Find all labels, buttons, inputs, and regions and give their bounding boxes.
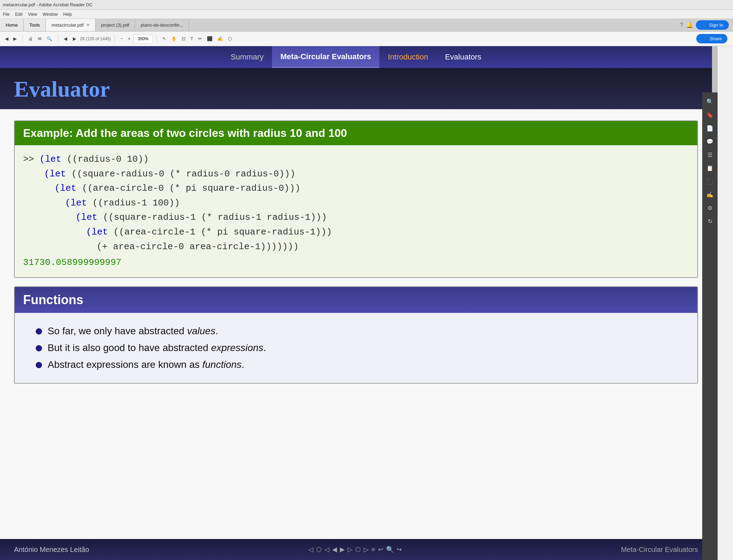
nav-introduction[interactable]: Introduction (379, 46, 437, 68)
share-button[interactable]: 👤 Sign In (696, 20, 729, 30)
bullet-text-3: Abstract expressions are known as functi… (48, 359, 244, 370)
forward-button[interactable]: ▶ (11, 34, 19, 44)
nav-evaluators-label: Evaluators (445, 52, 481, 62)
sidebar-zoom-in[interactable]: 🔍 (704, 95, 716, 108)
nav-arrows: ◁ ⬡ ◁ ◀ ▶ ▷ ⬡ ▷ ≡ ↩ 🔍 ↪ (308, 546, 402, 553)
text-select[interactable]: T (188, 34, 195, 44)
sidebar-rotate[interactable]: ↻ (704, 215, 716, 227)
code-line-7: (+ area-circle-0 area-circle-1))))))) (23, 240, 689, 254)
arrow-slide-right[interactable]: ▷ (364, 546, 369, 553)
bullet-text-1: So far, we only have abstracted values. (48, 326, 218, 337)
page-prev-button[interactable]: ◀ (62, 34, 69, 44)
help-icon[interactable]: ? (680, 22, 683, 28)
functions-body: So far, we only have abstracted values. … (15, 313, 697, 383)
code-result: 31730.058999999997 (23, 254, 689, 270)
bullet-italic-2: expressions (211, 342, 263, 353)
view-toolbar-group: ↖ ✋ ⊡ T ✏ ⬛ ✍ ⬡ (160, 34, 234, 44)
code-line-4: (let ((radius-1 100)) (23, 196, 689, 211)
sign[interactable]: ✍ (215, 34, 225, 44)
arrow-next[interactable]: ▷ (348, 546, 352, 553)
functions-header: Functions (15, 287, 697, 313)
tab-home-label: Home (6, 22, 18, 28)
arrow-first[interactable]: ◁ (308, 546, 313, 553)
tab-tools[interactable]: Tools (24, 19, 46, 31)
separator-3 (114, 35, 115, 43)
file-toolbar-group: 🖨 ✉ 🔍 (26, 34, 54, 44)
tab-pdf2[interactable]: project (3).pdf (96, 19, 135, 31)
tab-home[interactable]: Home (0, 19, 24, 31)
select-tool[interactable]: ↖ (160, 34, 168, 44)
bullet-dot-1 (36, 328, 42, 335)
nav-meta-circular[interactable]: Meta-Circular Evaluators (272, 46, 379, 68)
notification-icon[interactable]: 🔔 (686, 22, 693, 28)
code-line-6: (let ((area-circle-1 (* pi square-radius… (23, 225, 689, 240)
hand-tool[interactable]: ✋ (169, 34, 179, 44)
zoom-input[interactable] (133, 34, 153, 43)
sidebar-sign[interactable]: ✍ (704, 188, 716, 201)
arrow-prev[interactable]: ◁ (324, 546, 329, 553)
menu-help[interactable]: Help (63, 12, 72, 17)
page-total-label: (120 of 1445) (86, 36, 111, 41)
tab-pdf1-close[interactable]: ✕ (86, 23, 90, 27)
nav-meta-circular-label: Meta-Circular Evaluators (280, 52, 371, 61)
right-sidebar: 🔍 🔖 📄 💬 ☰ 📋 ⬛ ✍ ⚙ ↻ (702, 92, 718, 560)
arrow-section-prev[interactable]: ◀ (332, 546, 337, 553)
page-num-label: 28 (80, 36, 84, 41)
nav-evaluators[interactable]: Evaluators (437, 46, 490, 68)
undo-icon[interactable]: ↩ (378, 546, 383, 553)
share-button-toolbar[interactable]: 👤 Share (696, 34, 727, 43)
menu-window[interactable]: Window (43, 12, 58, 17)
sidebar-select[interactable]: ☰ (704, 148, 716, 161)
bullet-text-2: But it is also good to have abstracted e… (48, 342, 266, 354)
main-area: Summary Meta-Circular Evaluators Introdu… (0, 46, 718, 560)
arrow-slide-left[interactable]: ⬡ (316, 546, 322, 553)
sidebar-comments[interactable]: 💬 (704, 135, 716, 148)
sidebar-bookmark[interactable]: 🔖 (704, 108, 716, 121)
menu-edit[interactable]: Edit (15, 12, 22, 17)
search-nav-icon[interactable]: 🔍 (386, 546, 394, 553)
arrow-section-next[interactable]: ▶ (340, 546, 345, 553)
slide-header: Evaluator (0, 68, 712, 109)
functions-box: Functions So far, we only have abstracte… (14, 286, 698, 384)
nav-summary-label: Summary (231, 52, 264, 62)
tab-pdf2-label: project (3).pdf (101, 22, 129, 28)
page-nav-group: ◀ ▶ 28 (120 of 1445) (62, 34, 111, 44)
marquee-zoom[interactable]: ⊡ (180, 34, 188, 44)
sidebar-redact[interactable]: ⬛ (704, 175, 716, 188)
zoom-in-button[interactable]: + (126, 34, 133, 44)
annotation-tools[interactable]: ✏ (196, 34, 204, 44)
tab-pdf1[interactable]: metacircular.pdf ✕ (46, 19, 96, 31)
search-button[interactable]: 🔍 (44, 34, 54, 44)
nav-summary[interactable]: Summary (222, 46, 272, 68)
zoom-out-button[interactable]: − (118, 34, 125, 44)
email-button[interactable]: ✉ (36, 34, 44, 44)
bullet-item-1: So far, we only have abstracted values. (36, 326, 689, 337)
share-icon: 👤 (701, 22, 707, 28)
window-title: metacircular.pdf - Adobe Acrobat Reader … (3, 2, 93, 7)
page-next-button[interactable]: ▶ (71, 34, 78, 44)
tab-tools-label: Tools (29, 22, 40, 28)
separator-2 (58, 35, 58, 43)
share-label-toolbar: Share (710, 36, 722, 41)
list-icon[interactable]: ≡ (371, 546, 375, 553)
title-bar: metacircular.pdf - Adobe Acrobat Reader … (0, 0, 733, 10)
back-button[interactable]: ◀ (3, 34, 11, 44)
slide-nav: Summary Meta-Circular Evaluators Introdu… (0, 46, 712, 68)
print-button[interactable]: 🖨 (26, 34, 35, 44)
bottom-nav: António Menezes Leitão ◁ ⬡ ◁ ◀ ▶ ▷ ⬡ ▷ ≡… (0, 539, 712, 560)
sidebar-page-view[interactable]: 📄 (704, 122, 716, 134)
menu-file[interactable]: File (3, 12, 9, 17)
forward-nav-icon[interactable]: ↪ (397, 546, 402, 553)
bottom-nav-left: António Menezes Leitão (14, 546, 89, 554)
tab-pdf3[interactable]: plano-de-desconfin... (135, 19, 189, 31)
sidebar-tools[interactable]: ⚙ (704, 202, 716, 214)
sidebar-layers[interactable]: 📋 (704, 162, 716, 174)
bullet-item-3: Abstract expressions are known as functi… (36, 359, 689, 370)
code-line-5: (let ((square-radius-1 (* radius-1 radiu… (23, 210, 689, 225)
arrow-last[interactable]: ⬡ (355, 546, 361, 553)
share-tool[interactable]: ⬡ (226, 34, 234, 44)
bullet-dot-2 (36, 345, 42, 351)
code-line-1: >> (let ((radius-0 10)) (23, 152, 689, 167)
menu-view[interactable]: View (28, 12, 37, 17)
stamp[interactable]: ⬛ (205, 34, 215, 44)
